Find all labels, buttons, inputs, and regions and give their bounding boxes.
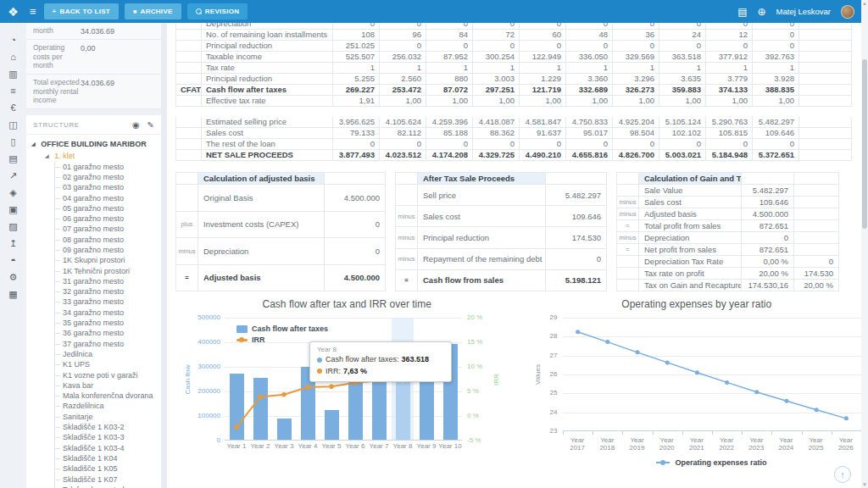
book-icon[interactable]: ◫ bbox=[0, 116, 26, 133]
data-point[interactable] bbox=[576, 330, 580, 334]
row-value: 1 bbox=[706, 63, 753, 74]
data-point[interactable] bbox=[694, 370, 698, 374]
expand-arrow-icon[interactable]: ◢ bbox=[45, 153, 49, 158]
tree-item[interactable]: 1K Skupni prostori bbox=[55, 255, 161, 265]
chart-legend[interactable]: Operating expenses ratio bbox=[563, 458, 861, 467]
row-value: 0 bbox=[753, 41, 799, 52]
file-icon[interactable]: ▯ bbox=[0, 133, 26, 150]
vertical-scrollbar[interactable]: ▲ ▼ bbox=[861, 0, 868, 488]
tree-item[interactable]: 36 garažno mesto bbox=[55, 328, 161, 338]
row-code bbox=[176, 23, 202, 30]
tree-item[interactable]: 33 garažno mesto bbox=[55, 297, 161, 307]
calendar-icon[interactable]: ▥ bbox=[0, 65, 26, 82]
tree-item[interactable]: Skladišče 1 K03-2 bbox=[55, 422, 161, 432]
tree-item[interactable]: 35 garažno mesto bbox=[55, 318, 161, 328]
row-trailing-cell bbox=[799, 107, 852, 117]
tree-item[interactable]: Skladišče 1 K04 bbox=[55, 453, 161, 463]
scroll-to-top-button[interactable]: ↑ bbox=[834, 466, 851, 483]
list-icon[interactable]: ≡ bbox=[0, 82, 26, 99]
tree-item[interactable]: 05 garažno mesto bbox=[55, 203, 161, 214]
row-value: 0,00 % bbox=[742, 256, 794, 268]
tree-item[interactable]: Skladišče 1 K07 bbox=[55, 474, 161, 485]
diamond-icon[interactable]: ◈ bbox=[0, 184, 26, 201]
row-operator: minus bbox=[176, 238, 198, 265]
data-point[interactable] bbox=[665, 360, 669, 364]
tree-item[interactable]: 34 garažno mesto bbox=[55, 308, 161, 318]
calculator-icon[interactable]: ▦ bbox=[0, 286, 26, 302]
avatar[interactable] bbox=[841, 5, 854, 19]
adjusted-basis-table: Calculation of adjusted basis Original B… bbox=[175, 172, 386, 291]
tree-item[interactable]: Sanitarje bbox=[55, 412, 161, 422]
scrollbar-thumb[interactable] bbox=[862, 59, 867, 229]
file-invoice-icon[interactable]: ▨ bbox=[0, 218, 26, 235]
data-point[interactable] bbox=[605, 340, 609, 344]
chart-icon[interactable]: ↗ bbox=[0, 167, 26, 184]
tree-item[interactable]: Skladišče 1 K03-3 bbox=[55, 432, 161, 442]
tree-item[interactable]: 03 garažno mesto bbox=[55, 182, 161, 192]
row-operator: = bbox=[396, 269, 418, 291]
tree-item[interactable]: 37 garažno mesto bbox=[55, 339, 161, 349]
tree-item[interactable]: K1 vozne poti v garaži bbox=[55, 370, 161, 380]
data-point[interactable] bbox=[814, 408, 818, 412]
lock-icon[interactable]: ◓ bbox=[0, 252, 26, 269]
tree-item[interactable]: Jedilnica bbox=[55, 349, 161, 359]
cashflow-projection-table: Depreciation 0 0 0 0 0 bbox=[175, 23, 852, 161]
globe-icon[interactable]: ⊕ bbox=[758, 6, 766, 18]
world-icon[interactable]: ◉ bbox=[132, 120, 140, 130]
tree-item[interactable]: 09 garažno mesto bbox=[55, 245, 161, 255]
table-row: Effective tax rate 1,91 1,00 1,00 1,00 1… bbox=[176, 96, 852, 107]
file-text-icon[interactable]: ▤ bbox=[0, 150, 26, 167]
row-value: 0 bbox=[520, 41, 566, 52]
tree-item[interactable]: K1 UPS bbox=[55, 359, 161, 369]
row-label: Total profit from sales bbox=[639, 220, 742, 232]
tree-item[interactable]: 04 garažno mesto bbox=[55, 193, 161, 203]
row-value: 5.482.297 bbox=[546, 185, 607, 206]
tree-item[interactable]: 06 garažno mesto bbox=[55, 214, 161, 224]
user-name[interactable]: Matej Leskovar bbox=[776, 7, 831, 16]
data-point[interactable] bbox=[843, 416, 848, 420]
tree-item[interactable]: 31 garažno mesto bbox=[55, 276, 161, 286]
tree-item[interactable]: 01 garažno mesto bbox=[55, 162, 161, 172]
tree-item[interactable]: Kava bar bbox=[55, 380, 161, 391]
tree-node-building[interactable]: ◢ OFFICE BUILDING MARIBOR bbox=[31, 138, 161, 150]
upload-icon[interactable]: ↥ bbox=[0, 235, 26, 252]
data-point[interactable] bbox=[784, 399, 788, 403]
home-icon[interactable]: ⌂ bbox=[0, 48, 26, 65]
edit-pencil-icon[interactable]: ✎ bbox=[147, 120, 154, 130]
table-row: minus Repayment of the remaining debt 0 bbox=[396, 248, 607, 269]
revision-button[interactable]: REVISION bbox=[187, 3, 248, 19]
y-tick-label: 500000 bbox=[198, 314, 220, 321]
euro-icon[interactable]: € bbox=[0, 99, 26, 116]
row-value: 85.188 bbox=[426, 128, 473, 139]
tree-item[interactable]: 32 garažno mesto bbox=[55, 286, 161, 297]
archive-button[interactable]: ■ ARCHIVE bbox=[125, 3, 181, 19]
menu-icon[interactable]: ≡ bbox=[30, 5, 36, 18]
row-value: 174.530 bbox=[546, 227, 607, 248]
back-to-list-button[interactable]: + BACK TO LIST bbox=[44, 3, 119, 19]
tree-item[interactable]: Razdelilnica bbox=[55, 401, 161, 411]
printer-icon[interactable]: ▣ bbox=[0, 201, 26, 218]
tree-item[interactable]: Skladišče 1 K05 bbox=[55, 463, 161, 474]
data-point[interactable] bbox=[754, 390, 759, 394]
page: ❖ ≡ + BACK TO LIST ■ ARCHIVE REVISION ▤ … bbox=[0, 0, 861, 488]
tree-item[interactable]: Skladišče 1 K03-4 bbox=[55, 443, 161, 453]
tree-node-floor-selected[interactable]: ◢ 1. klet bbox=[45, 150, 161, 162]
scrollbar-down-arrow-icon[interactable]: ▼ bbox=[861, 482, 868, 487]
data-point[interactable] bbox=[725, 380, 729, 385]
y-tick-label: 0 bbox=[217, 437, 220, 444]
expand-arrow-icon[interactable]: ◢ bbox=[31, 141, 36, 147]
tree-item[interactable]: Mala konferenčna dvorana bbox=[55, 391, 161, 401]
tree-item[interactable]: 07 garažno mesto bbox=[55, 224, 161, 234]
tree-item[interactable]: Telefonska centrala bbox=[55, 485, 161, 488]
tree-item[interactable]: 02 garažno mesto bbox=[55, 172, 161, 182]
document-icon[interactable]: ▤ bbox=[737, 6, 747, 18]
row-value: 1 bbox=[426, 63, 473, 74]
tree-item[interactable]: 1K Tehnični prostori bbox=[55, 266, 161, 276]
y-tick-label: 20 % bbox=[467, 314, 482, 321]
gears-icon[interactable]: ⚙ bbox=[0, 269, 26, 286]
y-axis-title-right: IRR bbox=[491, 318, 501, 441]
scrollbar-up-arrow-icon[interactable]: ▲ bbox=[861, 1, 868, 6]
data-point[interactable] bbox=[635, 350, 639, 354]
tree-item[interactable]: 08 garažno mesto bbox=[55, 235, 161, 245]
dashboard-icon[interactable]: ◔ bbox=[0, 31, 26, 48]
